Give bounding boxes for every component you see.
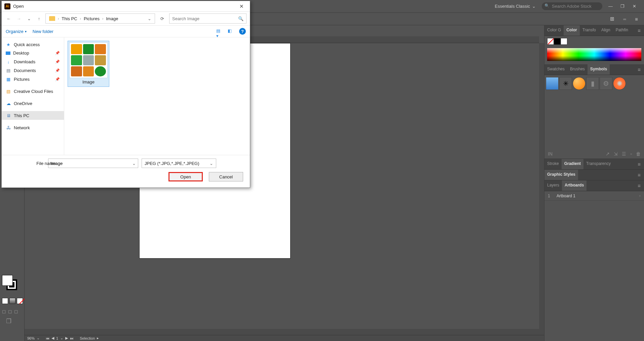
dialog-search-field[interactable]: 🔍 [169,13,247,24]
delete-symbol-icon[interactable]: 🗑 [636,151,641,157]
color-mode-none[interactable] [17,298,23,304]
breadcrumb-item[interactable]: This PC [60,15,78,22]
prev-icon[interactable]: ◀ [51,336,54,340]
snap-icon[interactable]: ⎓ [621,15,628,23]
draw-inside-icon[interactable]: ◻ [14,309,18,314]
nav-back-button[interactable]: ← [5,15,12,22]
status-mode[interactable]: Selection ▸ [80,336,99,340]
sidebar-item-pictures[interactable]: ▦Pictures📌 [2,75,64,83]
sidebar-item-quick-access[interactable]: ★Quick access [2,40,64,49]
refresh-button[interactable]: ⟳ [158,13,166,24]
minimize-button[interactable]: — [608,4,614,9]
tab-layers[interactable]: Layers [544,180,562,191]
tab-align[interactable]: Align [599,25,613,36]
draw-normal-icon[interactable]: ◻ [2,309,6,314]
tab-graphic-styles[interactable]: Graphic Styles [544,170,578,180]
artboards-list: 1 Artboard 1 ▫ [544,191,644,201]
close-button[interactable]: ✕ [633,4,638,9]
symbol-options-icon[interactable]: ☰ [622,151,626,157]
file-list[interactable]: Image [64,37,250,155]
search-adobe-stock[interactable]: Search Adobe Stock [542,2,602,10]
zoom-level[interactable]: 96% ⌄ [27,336,40,340]
artboard-row[interactable]: 1 Artboard 1 ▫ [544,191,644,201]
view-mode-button[interactable]: ▤ ▾ [216,28,224,34]
fill-swatch[interactable] [2,275,13,286]
tab-transparency[interactable]: Transparency [583,159,613,169]
symbol-item[interactable] [573,77,585,90]
tab-pathfinder[interactable]: Pathfin [613,25,631,36]
sidebar-item-documents[interactable]: ▤Documents📌 [2,66,64,75]
artboard-options-icon[interactable]: ▫ [639,193,641,198]
new-symbol-icon[interactable]: ▫ [630,151,632,157]
nav-up-button[interactable]: ↑ [35,15,43,22]
sidebar-item-onedrive[interactable]: ☁OneDrive [2,99,64,108]
stroke-black-swatch[interactable] [554,38,561,45]
first-icon[interactable]: ⏮ [46,336,49,340]
tab-color[interactable]: Color [564,25,579,36]
scrollbar-horizontal[interactable] [25,329,544,335]
tab-symbols[interactable]: Symbols [588,64,610,75]
scrollbar-vertical[interactable] [539,43,544,329]
color-mode-solid[interactable] [2,298,8,304]
panel-menu-icon[interactable]: ≡ [634,25,644,36]
file-type-filter[interactable]: JPEG (*.JPG,*.JPE,*.JPEG) ⌄ [142,159,216,168]
fill-stroke-indicator[interactable] [2,275,17,291]
breadcrumb-item[interactable]: Image [105,15,119,22]
chevron-down-icon[interactable]: ⌄ [132,161,136,166]
next-icon[interactable]: ▶ [65,336,68,340]
search-icon[interactable]: 🔍 [238,16,243,21]
screen-mode-icon[interactable]: ❐ [6,317,11,325]
help-button[interactable]: ? [239,28,246,35]
color-mode-gradient[interactable] [9,298,15,304]
search-input[interactable] [172,16,238,21]
sidebar-item-network[interactable]: 🖧Network [2,123,64,132]
symbol-item[interactable]: ✺ [613,77,626,90]
panel-menu-icon[interactable]: ≡ [634,170,644,180]
sidebar-item-creative-cloud-files[interactable]: ▧Creative Cloud Files [2,87,64,96]
sidebar-item-desktop[interactable]: Desktop📌 [2,49,64,57]
tab-artboards[interactable]: Artboards [562,180,586,191]
breadcrumb-item[interactable]: Pictures [82,15,101,22]
open-button[interactable]: Open [168,172,203,181]
tab-transform[interactable]: Transfo [580,25,599,36]
dialog-close-button[interactable]: ✕ [236,2,247,11]
tab-brushes[interactable]: Brushes [567,64,588,75]
tab-swatches[interactable]: Swatches [544,64,567,75]
tab-color-guide[interactable]: Color G [544,25,564,36]
break-link-icon[interactable]: ⇲ [614,151,618,157]
breadcrumb-bar[interactable]: › This PC › Pictures › Image ⌄ [45,13,155,24]
white-swatch[interactable] [561,38,567,45]
symbol-item[interactable] [546,77,559,90]
fill-none-swatch[interactable] [547,38,554,45]
tab-gradient[interactable]: Gradient [562,159,583,169]
last-icon[interactable]: ⏭ [70,336,74,340]
workspace-switcher[interactable]: Essentials Classic ⌄ [495,4,536,9]
sidebar-item-downloads[interactable]: ↓Downloads📌 [2,57,64,66]
breadcrumb-dropdown[interactable]: ⌄ [146,16,153,21]
library-icon[interactable]: IN [548,151,553,157]
file-item[interactable]: Image [68,41,109,87]
recent-locations-button[interactable]: ⌄ [25,15,33,22]
grid-icon[interactable]: ⊞ [608,15,616,23]
new-folder-button[interactable]: New folder [33,29,53,34]
file-name-field[interactable]: ⌄ [48,159,138,168]
preview-pane-button[interactable]: ◧ [228,28,235,34]
organize-button[interactable]: Organize ▾ [6,29,27,34]
symbol-item[interactable]: ▮ [586,77,599,90]
color-spectrum[interactable] [547,48,641,61]
sidebar-item-this-pc[interactable]: 🖥This PC [2,111,64,120]
panel-menu-icon[interactable]: ≡ [634,64,644,75]
place-symbol-icon[interactable]: ↗ [606,151,610,157]
cancel-button[interactable]: Cancel [209,172,243,181]
graphic-styles-panel-tabs: Graphic Styles ≡ [544,170,644,180]
tab-stroke[interactable]: Stroke [544,159,562,169]
artboard-navigator[interactable]: ⏮ ◀ 1 ⌄ ▶ ⏭ [46,336,74,340]
panel-menu-icon[interactable]: ≡ [634,180,644,191]
symbol-item[interactable]: ✳ [559,77,572,90]
maximize-button[interactable]: ❐ [620,4,626,9]
symbol-item[interactable]: ⚙ [600,77,612,90]
draw-behind-icon[interactable]: ◻ [8,309,12,314]
file-name-input[interactable] [50,161,132,166]
panel-menu-icon[interactable]: ≡ [634,159,644,169]
list-icon[interactable]: ≡ [633,15,640,23]
